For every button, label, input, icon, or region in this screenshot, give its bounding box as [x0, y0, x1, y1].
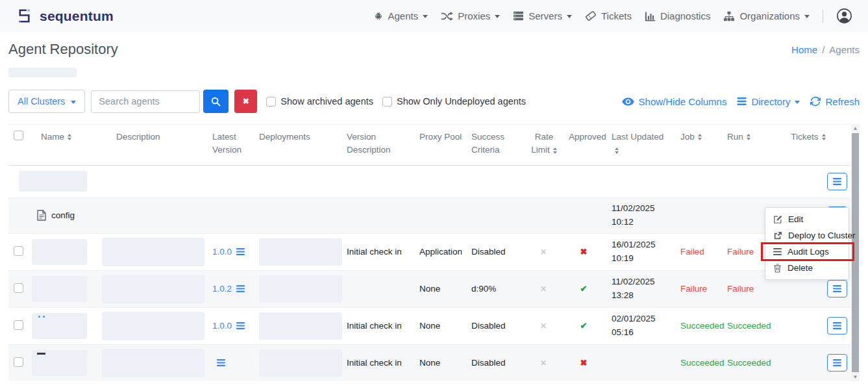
nav-agents[interactable]: Agents	[373, 10, 428, 21]
table-row: Initial check in None Disabled ✕ ✖ Succe…	[8, 344, 850, 381]
job-status: Succeeded	[669, 344, 715, 381]
checkbox[interactable]	[266, 97, 276, 107]
header-rate-limit[interactable]: Rate Limit	[523, 125, 564, 166]
job-status: Failed	[669, 233, 715, 270]
agents-table: Name Description Latest Version Deployme…	[8, 124, 860, 381]
sort-icon	[747, 134, 750, 140]
scrollbar-thumb[interactable]	[852, 133, 859, 372]
nav-servers[interactable]: Servers	[513, 10, 572, 21]
shuffle-icon	[441, 11, 453, 21]
menu-bars-icon	[833, 285, 841, 292]
chevron-down-icon	[795, 101, 800, 104]
nav-divider	[823, 10, 823, 23]
show-archived-checkbox[interactable]: Show archived agents	[266, 96, 373, 107]
android-icon	[373, 10, 384, 21]
redacted-name	[32, 313, 87, 339]
show-undeployed-checkbox[interactable]: Show Only Undeployed agents	[382, 96, 526, 107]
version-description: Initial check in	[341, 307, 414, 344]
config-file-name[interactable]: config	[51, 210, 75, 220]
version-link[interactable]: 1.0.2	[212, 284, 249, 294]
eye-icon	[622, 97, 634, 106]
menu-bars-icon	[833, 178, 841, 185]
redacted-name	[19, 171, 87, 192]
version-menu-icon[interactable]	[217, 359, 225, 366]
menu-item-deploy-to-cluster[interactable]: Deploy to Cluster	[765, 227, 849, 244]
header-last-updated[interactable]: Last Updated	[604, 125, 669, 166]
nav-proxies[interactable]: Proxies	[441, 10, 500, 21]
version-description: Initial check in	[341, 344, 414, 381]
header-approved: Approved	[564, 125, 604, 166]
row-checkbox[interactable]	[14, 320, 23, 330]
cluster-filter-dropdown[interactable]: All Clusters	[8, 90, 85, 113]
success-criteria: Disabled	[466, 344, 523, 381]
breadcrumb-separator: /	[822, 44, 825, 55]
list-icon	[737, 97, 747, 105]
header-job[interactable]: Job	[669, 125, 715, 166]
row-actions-button[interactable]	[827, 354, 847, 372]
menu-item-edit[interactable]: Edit	[765, 211, 849, 227]
header-tickets[interactable]: Tickets	[765, 125, 850, 166]
menu-item-audit-logs[interactable]: Audit Logs	[765, 244, 849, 260]
search-button[interactable]	[203, 90, 229, 113]
version-menu-icon[interactable]	[236, 322, 245, 329]
header-version-description: Version Description	[341, 125, 414, 166]
chevron-down-icon	[567, 15, 572, 18]
table-row: 1.0.0 Initial check in None Disabled ✕ ✔…	[8, 307, 850, 344]
nav-tickets[interactable]: Tickets	[585, 10, 632, 21]
chevron-down-icon	[423, 15, 428, 18]
sitemap-icon	[723, 11, 735, 21]
header-run[interactable]: Run	[715, 125, 765, 166]
proxy-pool: None	[414, 307, 466, 344]
chevron-down-icon	[71, 101, 76, 104]
table-scrollbar[interactable]: ▲ ▼	[851, 124, 860, 381]
nav-organizations[interactable]: Organizations	[723, 10, 810, 21]
version-menu-icon[interactable]	[236, 248, 245, 255]
row-actions-button[interactable]	[827, 280, 847, 297]
sort-icon	[553, 147, 557, 154]
breadcrumb-home-link[interactable]: Home	[791, 44, 817, 55]
row-checkbox[interactable]	[14, 246, 23, 256]
version-link[interactable]: 1.0.0	[212, 247, 249, 257]
sort-icon	[68, 134, 71, 140]
directory-dropdown[interactable]: Directory	[737, 96, 800, 107]
header-success-criteria: Success Criteria	[466, 125, 523, 166]
clear-search-button[interactable]: ✖	[234, 90, 257, 113]
scroll-up-arrow[interactable]: ▲	[851, 124, 860, 132]
menu-item-delete[interactable]: Delete	[765, 260, 849, 276]
row-actions-button[interactable]	[827, 173, 847, 190]
proxy-pool: None	[414, 270, 466, 307]
servers-icon	[513, 11, 524, 21]
rate-limit-none-icon: ✕	[540, 322, 547, 331]
row-actions-button[interactable]	[827, 317, 847, 334]
user-menu-button[interactable]	[836, 8, 852, 24]
breadcrumb: Home / Agents	[791, 44, 860, 55]
run-status: Failure	[715, 233, 765, 270]
brand-name: sequentum	[40, 8, 114, 24]
row-checkbox[interactable]	[14, 357, 23, 367]
nav-menu: Agents Proxies Servers	[373, 8, 852, 24]
show-hide-columns-link[interactable]: Show/Hide Columns	[622, 96, 727, 107]
checkbox[interactable]	[382, 97, 392, 107]
scroll-down-arrow[interactable]: ▼	[851, 373, 860, 381]
search-input[interactable]	[91, 90, 200, 113]
nav-diagnostics[interactable]: Diagnostics	[645, 10, 711, 21]
approved-icon: ✔	[580, 284, 588, 294]
redacted-name	[32, 239, 87, 265]
edit-icon	[773, 215, 782, 224]
brand-logo[interactable]: sequentum	[16, 7, 114, 25]
success-criteria: Disabled	[466, 307, 523, 344]
header-name[interactable]: Name	[32, 125, 97, 166]
last-updated: 16/01/202510:19	[612, 238, 663, 266]
select-all-checkbox[interactable]	[14, 131, 23, 140]
row-checkbox[interactable]	[14, 283, 23, 293]
version-link[interactable]	[212, 359, 249, 366]
job-status: Succeeded	[669, 307, 715, 344]
version-menu-icon[interactable]	[236, 285, 245, 292]
refresh-link[interactable]: Refresh	[810, 96, 860, 107]
chevron-down-icon	[495, 15, 500, 18]
not-approved-icon: ✖	[580, 358, 588, 368]
rate-limit-none-icon: ✕	[540, 359, 547, 368]
version-link[interactable]: 1.0.0	[212, 321, 249, 331]
redacted-deployments	[259, 312, 342, 340]
table-row: 1.0.0 Initial check in Application Disab…	[8, 233, 850, 270]
